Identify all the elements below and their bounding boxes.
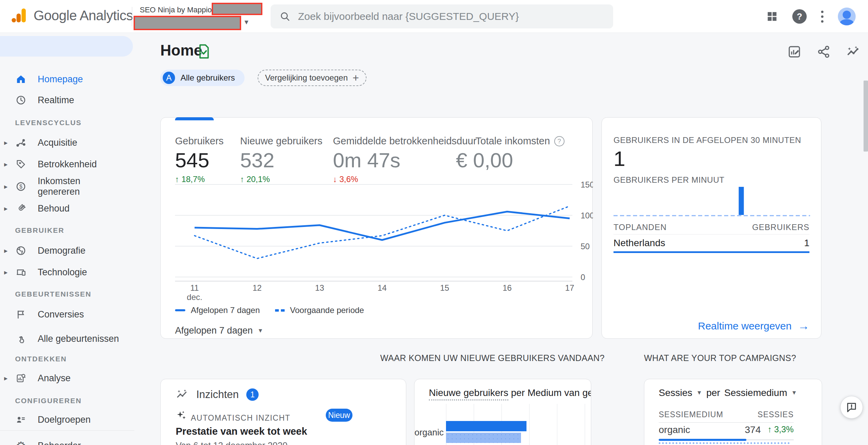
- vertical-scrollbar[interactable]: [864, 81, 868, 152]
- sessions-bar-track: [746, 440, 794, 440]
- svg-text:150: 150: [581, 180, 593, 189]
- top-bar: Google Analytics SEO Ninja by Mappio› ▼ …: [0, 0, 868, 33]
- more-menu-icon[interactable]: [821, 11, 823, 23]
- sidebar-item-alle-gebeurtenissen[interactable]: Alle gebeurtenissen: [0, 324, 134, 354]
- svg-text:17: 17: [565, 283, 574, 292]
- search-input[interactable]: [298, 11, 599, 22]
- expand-arrow-icon[interactable]: ▸: [4, 246, 8, 255]
- svg-text:dec.: dec.: [187, 292, 202, 302]
- magnet-icon: [15, 203, 27, 214]
- expand-arrow-icon[interactable]: ▸: [4, 374, 8, 382]
- question-new-users: WAAR KOMEN UW NIEUWE GEBRUIKERS VANDAAN?: [380, 353, 605, 363]
- new-users-by-medium-card: Nieuwe gebruikers per Medium van gebruik…: [414, 379, 591, 445]
- users-per-minute-title: GEBRUIKERS PER MINUUT: [613, 175, 724, 185]
- sidebar-section-events: GEBEURTENISSEN: [15, 290, 91, 298]
- sidebar-item-analyse[interactable]: ▸ Analyse: [0, 369, 134, 388]
- chevron-down-icon[interactable]: ▼: [791, 389, 797, 396]
- insights-card: Inzichten 1 AUTOMATISCH INZICHT Nieuw Pr…: [160, 379, 406, 445]
- view-realtime-link[interactable]: Realtime weergeven →: [698, 319, 809, 333]
- share-icon[interactable]: [817, 45, 831, 59]
- insight-title[interactable]: Prestatie van week tot week: [176, 426, 307, 437]
- expand-arrow-icon[interactable]: ▸: [4, 204, 8, 213]
- feedback-button[interactable]: [840, 396, 863, 419]
- gridline: [529, 404, 530, 445]
- avatar[interactable]: [838, 8, 856, 25]
- current-period-bar[interactable]: [446, 421, 526, 431]
- auto-insight-label: AUTOMATISCH INZICHT: [191, 413, 290, 423]
- sidebar-divider: [0, 430, 134, 431]
- sidebar-item-homepage[interactable]: Homepage: [0, 70, 134, 89]
- sidebar-item-realtime[interactable]: Realtime: [0, 91, 134, 110]
- app-root: Google Analytics SEO Ninja by Mappio› ▼ …: [0, 0, 868, 445]
- realtime-card: GEBRUIKERS IN DE AFGELOPEN 30 MINUTEN 1 …: [602, 117, 821, 339]
- chevron-down-icon[interactable]: ▼: [696, 389, 702, 396]
- svg-text:13: 13: [315, 283, 324, 292]
- sidebar-item-acquisitie[interactable]: ▸ Acquisitie: [0, 133, 134, 152]
- dimension-selector[interactable]: Sessiemedium: [724, 387, 787, 398]
- selected-metric-tab-indicator: [175, 117, 214, 120]
- clock-icon: [15, 94, 27, 106]
- sidebar-item-betrokkenheid[interactable]: ▸ Betrokkenheid: [0, 155, 134, 174]
- top-campaigns-card: Sessies ▼ per Sessiemedium ▼ SESSIEMEDIU…: [644, 379, 822, 445]
- sidebar-item-behoud[interactable]: ▸ Behoud: [0, 199, 134, 218]
- expand-arrow-icon[interactable]: ▸: [4, 160, 8, 168]
- realtime-users-value: 1: [613, 146, 625, 171]
- expand-arrow-icon[interactable]: ▸: [4, 182, 8, 191]
- tag-heart-icon: [15, 158, 27, 170]
- acquisition-icon: [15, 137, 27, 148]
- devices-icon: [15, 266, 27, 278]
- metric-selector[interactable]: Sessies: [659, 387, 692, 398]
- svg-text:$: $: [20, 184, 23, 190]
- column-header-metric: SESSIES: [758, 410, 794, 419]
- auto-insight-star-icon: [175, 409, 187, 423]
- svg-text:11: 11: [190, 283, 199, 292]
- insights-sparkle-icon[interactable]: [846, 45, 860, 59]
- redacted-property-name: [134, 16, 241, 30]
- previous-period-bar[interactable]: [446, 433, 521, 443]
- country-row[interactable]: Netherlands 1: [613, 238, 809, 249]
- all-users-chip[interactable]: A Alle gebruikers: [160, 70, 245, 86]
- plus-icon: +: [352, 72, 359, 84]
- globe-icon: [15, 245, 27, 256]
- google-analytics-logo[interactable]: Google Analytics: [10, 6, 133, 25]
- dollar-circle-icon: $: [15, 181, 27, 192]
- sidebar-section-lifecycle: LEVENSCYCLUS: [15, 119, 82, 127]
- apps-grid-icon[interactable]: [766, 11, 778, 22]
- svg-text:0: 0: [581, 273, 585, 282]
- table-row-organic[interactable]: organic 374 ↑ 3,3%: [659, 424, 794, 436]
- expand-arrow-icon[interactable]: ▸: [4, 268, 8, 276]
- redacted-account-name: [212, 3, 262, 15]
- sessions-bar-previous: [659, 442, 790, 444]
- svg-text:100: 100: [581, 211, 593, 220]
- help-icon[interactable]: ?: [792, 9, 807, 24]
- solid-line-legend-icon: [175, 309, 185, 311]
- expand-arrow-icon[interactable]: ▸: [4, 139, 8, 147]
- home-icon: [15, 73, 27, 85]
- sidebar-item-conversies[interactable]: Conversies: [0, 305, 134, 324]
- customize-report-icon[interactable]: [787, 45, 802, 59]
- tap-icon: [15, 333, 27, 345]
- svg-text:50: 50: [581, 242, 590, 251]
- sidebar-section-user: GEBRUIKER: [15, 226, 64, 234]
- search-icon: [280, 11, 290, 22]
- help-circle-icon[interactable]: ?: [554, 136, 565, 146]
- users-header: GEBRUIKERS: [752, 222, 809, 232]
- sidebar-item-inkomsten-genereren[interactable]: ▸ $ Inkomsten genereren: [0, 171, 134, 202]
- metric-selector[interactable]: Nieuwe gebruikers: [429, 387, 508, 400]
- dimension-selector[interactable]: Medium van gebruiker: [528, 387, 591, 398]
- gridline: [585, 404, 585, 445]
- search-bar[interactable]: [271, 4, 613, 28]
- top-countries-header: TOPLANDEN: [613, 222, 667, 232]
- sidebar-item-technologie[interactable]: ▸ Technologie: [0, 263, 134, 282]
- sidebar-item-demografie[interactable]: ▸ Demografie: [0, 241, 134, 260]
- date-range-dropdown[interactable]: Afgelopen 7 dagen ▼: [175, 325, 263, 336]
- breadcrumb-account[interactable]: SEO Ninja by Mappio: [140, 5, 212, 14]
- add-comparison-chip[interactable]: Vergelijking toevoegen +: [258, 70, 367, 86]
- breadcrumb[interactable]: SEO Ninja by Mappio›: [140, 5, 217, 14]
- audiences-icon: [15, 414, 27, 425]
- sidebar-item-beheerder[interactable]: ⚙ Beheerder: [0, 436, 134, 445]
- sidebar: Homepage Realtime LEVENSCYCLUS ▸ Acquisi…: [0, 33, 134, 445]
- property-dropdown-caret-icon[interactable]: ▼: [243, 19, 250, 26]
- sidebar-item-doelgroepen[interactable]: Doelgroepen: [0, 410, 134, 429]
- header-divider: [132, 7, 132, 26]
